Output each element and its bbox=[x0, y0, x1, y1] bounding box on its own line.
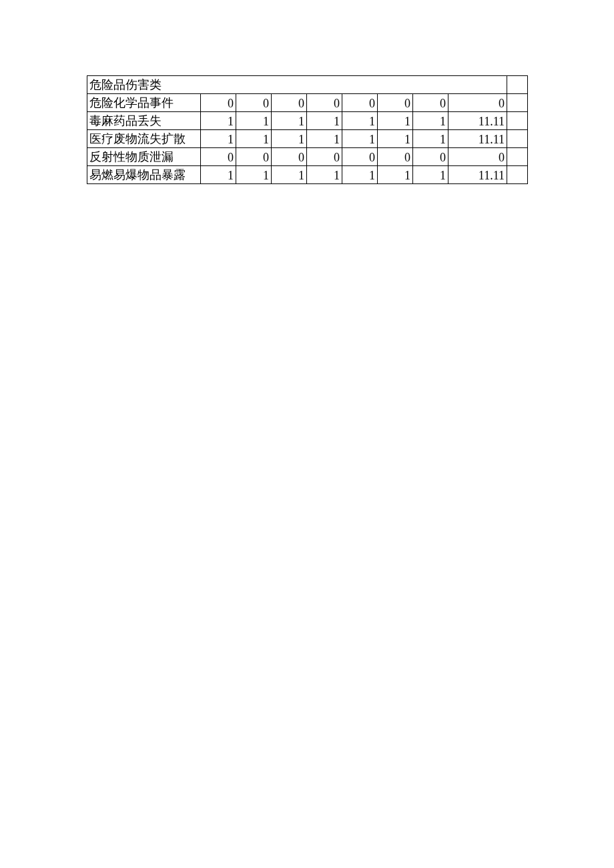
table-row: 反射性物质泄漏 0 0 0 0 0 0 0 0 bbox=[87, 148, 528, 166]
row-cell: 0 bbox=[413, 148, 448, 166]
table-row: 危险化学品事件 0 0 0 0 0 0 0 0 bbox=[87, 94, 528, 112]
row-cell: 1 bbox=[413, 112, 448, 130]
row-cell: 1 bbox=[342, 166, 378, 184]
row-cell: 1 bbox=[378, 112, 413, 130]
row-tail bbox=[507, 130, 528, 148]
row-cell: 0 bbox=[448, 94, 507, 112]
row-label: 易燃易爆物品暴露 bbox=[87, 166, 201, 184]
section-row: 危险品伤害类 bbox=[87, 76, 528, 94]
row-tail bbox=[507, 94, 528, 112]
row-label: 危险化学品事件 bbox=[87, 94, 201, 112]
section-tail bbox=[507, 76, 528, 94]
row-cell: 1 bbox=[272, 112, 307, 130]
row-cell: 0 bbox=[201, 94, 236, 112]
row-cell: 11.11 bbox=[448, 166, 507, 184]
row-cell: 0 bbox=[378, 148, 413, 166]
row-cell: 1 bbox=[342, 130, 378, 148]
row-tail bbox=[507, 166, 528, 184]
row-cell: 0 bbox=[272, 148, 307, 166]
row-tail bbox=[507, 148, 528, 166]
row-cell: 1 bbox=[413, 130, 448, 148]
hazard-table: 危险品伤害类 危险化学品事件 0 0 0 0 0 0 0 0 毒麻药品丢失 1 … bbox=[87, 75, 528, 184]
row-cell: 1 bbox=[272, 166, 307, 184]
row-cell: 0 bbox=[201, 148, 236, 166]
row-cell: 0 bbox=[236, 148, 272, 166]
row-cell: 0 bbox=[448, 148, 507, 166]
row-cell: 0 bbox=[342, 148, 378, 166]
row-cell: 0 bbox=[272, 94, 307, 112]
row-label: 毒麻药品丢失 bbox=[87, 112, 201, 130]
row-cell: 1 bbox=[201, 166, 236, 184]
row-cell: 0 bbox=[236, 94, 272, 112]
row-cell: 1 bbox=[236, 166, 272, 184]
row-cell: 1 bbox=[413, 166, 448, 184]
row-cell: 0 bbox=[307, 94, 342, 112]
row-cell: 1 bbox=[378, 166, 413, 184]
row-cell: 1 bbox=[342, 112, 378, 130]
row-cell: 11.11 bbox=[448, 130, 507, 148]
row-label: 医疗废物流失扩散 bbox=[87, 130, 201, 148]
row-cell: 1 bbox=[201, 112, 236, 130]
row-tail bbox=[507, 112, 528, 130]
row-label: 反射性物质泄漏 bbox=[87, 148, 201, 166]
row-cell: 1 bbox=[236, 130, 272, 148]
row-cell: 0 bbox=[378, 94, 413, 112]
row-cell: 11.11 bbox=[448, 112, 507, 130]
section-title: 危险品伤害类 bbox=[87, 76, 507, 94]
row-cell: 0 bbox=[342, 94, 378, 112]
row-cell: 1 bbox=[307, 130, 342, 148]
row-cell: 1 bbox=[272, 130, 307, 148]
row-cell: 1 bbox=[201, 130, 236, 148]
table-row: 易燃易爆物品暴露 1 1 1 1 1 1 1 11.11 bbox=[87, 166, 528, 184]
table-row: 医疗废物流失扩散 1 1 1 1 1 1 1 11.11 bbox=[87, 130, 528, 148]
row-cell: 0 bbox=[307, 148, 342, 166]
row-cell: 1 bbox=[307, 166, 342, 184]
table-row: 毒麻药品丢失 1 1 1 1 1 1 1 11.11 bbox=[87, 112, 528, 130]
row-cell: 1 bbox=[307, 112, 342, 130]
row-cell: 1 bbox=[236, 112, 272, 130]
row-cell: 0 bbox=[413, 94, 448, 112]
row-cell: 1 bbox=[378, 130, 413, 148]
